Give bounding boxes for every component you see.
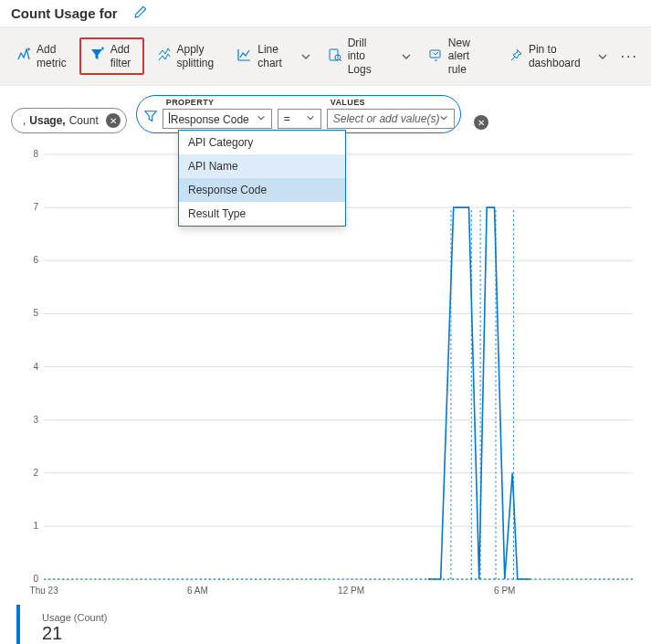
dropdown-option[interactable]: Response Code xyxy=(179,178,345,202)
split-icon xyxy=(157,48,172,65)
property-value: Response Code xyxy=(171,113,249,126)
svg-text:2: 2 xyxy=(34,468,39,478)
svg-text:3: 3 xyxy=(34,415,39,425)
svg-text:6 AM: 6 AM xyxy=(187,586,208,596)
filter-icon xyxy=(90,48,105,65)
property-select[interactable]: Response Code xyxy=(163,109,272,129)
add-filter-label: Add filter xyxy=(110,43,133,69)
svg-text:4: 4 xyxy=(34,362,39,372)
metric-prefix: , xyxy=(23,114,26,127)
drill-logs-chevron[interactable] xyxy=(397,51,415,62)
dropdown-option[interactable]: API Category xyxy=(179,131,345,154)
chevron-down-icon xyxy=(306,112,315,125)
funnel-icon xyxy=(144,110,157,125)
svg-text:6: 6 xyxy=(34,255,39,265)
operator-select[interactable]: = xyxy=(278,109,321,129)
filter-row: , Usage, Count ✕ PROPERTY Response Code … xyxy=(0,86,651,143)
pin-dashboard-label: Pin to dashboard xyxy=(529,43,581,69)
add-metric-button[interactable]: Add metric xyxy=(5,37,78,75)
svg-text:8: 8 xyxy=(34,149,39,159)
legend-value: 21 xyxy=(42,623,108,644)
svg-text:1: 1 xyxy=(34,521,39,531)
page-header: Count Usage for xyxy=(0,0,651,26)
apply-splitting-button[interactable]: Apply splitting xyxy=(146,37,226,75)
line-chart-chevron[interactable] xyxy=(297,51,315,62)
edit-icon[interactable] xyxy=(134,5,147,21)
page-title: Count Usage for xyxy=(11,5,118,21)
legend-label: Usage (Count) xyxy=(42,612,108,623)
dropdown-option[interactable]: API Name xyxy=(179,154,345,178)
chevron-down-icon xyxy=(257,112,266,125)
dropdown-option[interactable]: Result Type xyxy=(179,202,345,226)
new-alert-button[interactable]: New alert rule xyxy=(417,31,496,81)
filter-pill: PROPERTY Response Code = VALUES Select o… xyxy=(136,95,462,133)
property-label: PROPERTY xyxy=(163,98,272,107)
svg-text:5: 5 xyxy=(34,309,39,319)
pin-dashboard-button[interactable]: Pin to dashboard xyxy=(498,37,592,75)
metric-name: Usage, xyxy=(29,114,65,127)
svg-text:6 PM: 6 PM xyxy=(494,586,515,596)
apply-splitting-label: Apply splitting xyxy=(177,43,215,69)
legend[interactable]: Usage (Count) 21 xyxy=(16,605,651,644)
drill-logs-button[interactable]: Drill into Logs xyxy=(317,31,395,81)
remove-metric-icon[interactable]: ✕ xyxy=(106,113,121,128)
metric-pill[interactable]: , Usage, Count ✕ xyxy=(11,108,127,133)
add-metric-icon xyxy=(16,48,31,65)
svg-text:7: 7 xyxy=(34,202,39,212)
new-alert-label: New alert rule xyxy=(448,37,485,76)
line-chart-icon xyxy=(237,48,252,65)
operator-value: = xyxy=(284,112,290,125)
line-chart-label: Line chart xyxy=(257,43,283,69)
property-dropdown: API Category API Name Response Code Resu… xyxy=(178,130,346,227)
metric-agg: Count xyxy=(69,114,99,127)
line-chart-button[interactable]: Line chart xyxy=(226,37,294,75)
toolbar: Add metric Add filter Apply splitting Li… xyxy=(0,26,651,86)
add-metric-label: Add metric xyxy=(37,43,67,69)
svg-text:12 PM: 12 PM xyxy=(338,586,364,596)
remove-filter-icon[interactable]: ✕ xyxy=(474,115,488,130)
svg-text:0: 0 xyxy=(34,574,39,584)
values-label: VALUES xyxy=(327,98,456,107)
pin-dashboard-chevron[interactable] xyxy=(593,51,612,62)
svg-text:Thu 23: Thu 23 xyxy=(30,586,59,596)
values-placeholder: Select or add value(s) xyxy=(333,112,440,125)
values-select[interactable]: Select or add value(s) xyxy=(327,109,456,129)
chevron-down-icon xyxy=(439,112,448,125)
add-filter-button[interactable]: Add filter xyxy=(79,37,144,75)
alert-icon xyxy=(428,48,443,65)
logs-icon xyxy=(328,48,342,65)
more-actions-button[interactable]: ··· xyxy=(614,48,646,65)
drill-logs-label: Drill into Logs xyxy=(348,37,384,76)
pin-icon xyxy=(509,48,523,65)
